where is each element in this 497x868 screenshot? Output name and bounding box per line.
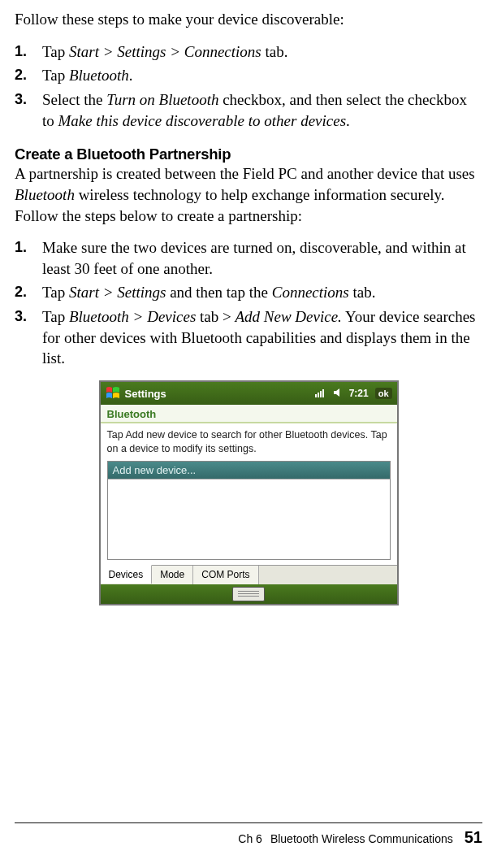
t-em: Make this device discoverable to other d… [58, 112, 347, 129]
t: Tap [42, 308, 69, 325]
device-list: Add new device... [107, 461, 391, 560]
t: and then tap the [166, 284, 271, 301]
t-em: Add New Device. [235, 308, 341, 325]
t-em: Turn on Bluetooth [106, 91, 218, 108]
t-em: Start > Settings > Connections [69, 43, 261, 60]
t: Make sure the two devices are turned on,… [42, 239, 466, 277]
step-item: Tap Bluetooth. [15, 65, 482, 86]
step-item: Make sure the two devices are turned on,… [15, 237, 482, 279]
svg-rect-3 [322, 389, 324, 397]
tab-mode[interactable]: Mode [152, 566, 193, 584]
tab-com-ports[interactable]: COM Ports [193, 566, 258, 584]
t: . [129, 67, 133, 84]
screen-instructions: Tap Add new device to search for other B… [101, 423, 397, 458]
t-em: Start > Settings [69, 284, 166, 301]
step-item: Tap Start > Settings > Connections tab. [15, 41, 482, 63]
steps-partnership: Make sure the two devices are turned on,… [15, 237, 482, 369]
footer-chapter: Ch 6 [238, 832, 262, 845]
status-icons: 7:21 ok [315, 388, 392, 400]
bottom-tabs: Devices Mode COM Ports [101, 565, 397, 584]
body-paragraph: A partnership is created between the Fie… [15, 163, 482, 226]
page-number: 51 [465, 828, 482, 847]
ok-button[interactable]: ok [375, 388, 392, 399]
svg-rect-1 [318, 393, 319, 397]
t: tab > [196, 308, 235, 325]
footer-title: Bluetooth Wireless Communications [270, 832, 453, 845]
svg-rect-0 [315, 394, 317, 397]
sip-bar [101, 584, 397, 604]
status-title: Settings [125, 388, 315, 400]
t-em: Bluetooth [69, 67, 129, 84]
keyboard-icon[interactable] [232, 587, 265, 601]
t: . [346, 112, 350, 129]
device-screenshot: Settings 7:21 ok Bluetooth Tap Add new d… [99, 380, 399, 605]
t-em: Bluetooth > Devices [69, 308, 196, 325]
clock-time: 7:21 [349, 388, 369, 399]
t-em: Connections [272, 284, 349, 301]
page-footer: Ch 6 Bluetooth Wireless Communications 5… [15, 822, 482, 847]
step-item: Tap Bluetooth > Devices tab > Add New De… [15, 306, 482, 369]
screen-title: Bluetooth [101, 405, 397, 423]
tab-devices[interactable]: Devices [101, 565, 153, 584]
t: Tap [42, 67, 69, 84]
signal-icon [315, 388, 326, 400]
subheading: Create a Bluetooth Partnership [15, 145, 482, 163]
status-bar: Settings 7:21 ok [101, 382, 397, 405]
t: tab. [349, 284, 376, 301]
t: tab. [261, 43, 288, 60]
volume-icon [333, 388, 343, 400]
t-em: Bluetooth [15, 186, 75, 203]
intro-text: Follow these steps to make your device d… [15, 10, 482, 30]
step-item: Select the Turn on Bluetooth checkbox, a… [15, 89, 482, 131]
steps-discoverable: Tap Start > Settings > Connections tab. … [15, 41, 482, 132]
start-icon[interactable] [106, 386, 120, 401]
t: Tap [42, 284, 69, 301]
t: Tap [42, 43, 69, 60]
step-item: Tap Start > Settings and then tap the Co… [15, 282, 482, 303]
t: A partnership is created between the Fie… [15, 165, 475, 182]
t: wireless technology to help exchange inf… [15, 186, 445, 224]
t: Select the [42, 91, 106, 108]
svg-rect-2 [320, 391, 322, 397]
add-new-device-item[interactable]: Add new device... [108, 462, 390, 480]
